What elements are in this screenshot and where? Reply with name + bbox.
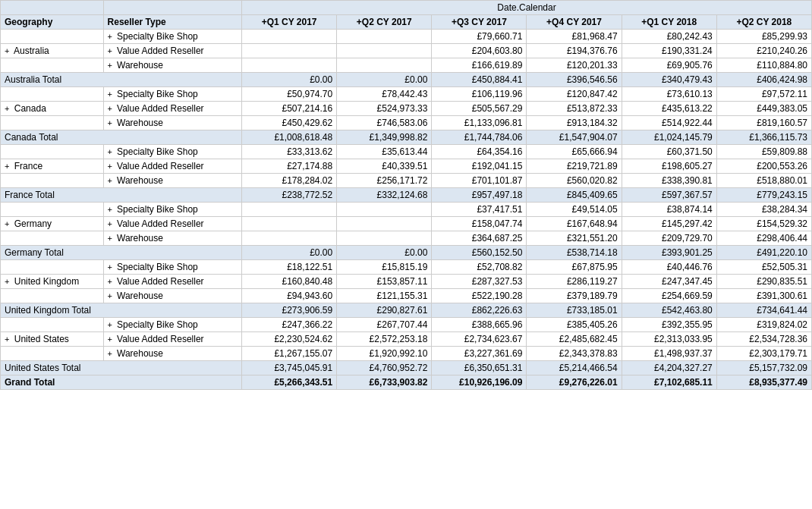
reseller-expand-icon[interactable]: + bbox=[108, 320, 115, 329]
data-cell-q1_2017: £450,429.62 bbox=[242, 116, 337, 130]
data-cell-q1_2017: £507,214.16 bbox=[242, 102, 337, 116]
geo-expand-icon[interactable]: + bbox=[5, 335, 9, 344]
reseller-cell: + Specialty Bike Shop bbox=[103, 30, 241, 44]
data-cell-q1_2017: £1,267,155.07 bbox=[242, 347, 337, 361]
geo-label: Australia bbox=[11, 46, 49, 56]
data-cell-q1_2018: £247,347.45 bbox=[622, 275, 716, 289]
geo-expand-icon[interactable]: + bbox=[5, 162, 9, 171]
geo-label: United States bbox=[11, 334, 68, 344]
reseller-label: Warehouse bbox=[117, 60, 163, 71]
reseller-expand-icon[interactable]: + bbox=[108, 219, 115, 228]
total-cell-q4_2017: £396,546.56 bbox=[527, 73, 622, 87]
total-cell-q2_2018: £5,157,732.09 bbox=[716, 361, 811, 375]
data-row: + Warehouse£166,619.89£120,201.33£69,905… bbox=[1, 58, 812, 73]
data-cell-q1_2018: £73,610.13 bbox=[622, 87, 716, 102]
reseller-expand-icon[interactable]: + bbox=[108, 46, 115, 55]
total-cell-q1_2018: £597,367.57 bbox=[622, 188, 716, 203]
reseller-expand-icon[interactable]: + bbox=[108, 118, 115, 127]
reseller-cell: + Warehouse bbox=[103, 347, 241, 361]
reseller-cell: + Warehouse bbox=[103, 231, 241, 246]
total-label: United States Total bbox=[1, 361, 242, 375]
reseller-expand-icon[interactable]: + bbox=[108, 205, 115, 214]
data-cell-q3_2017: £64,354.16 bbox=[432, 145, 527, 159]
data-cell-q2_2018: £449,383.05 bbox=[716, 102, 811, 116]
col-geography-header: Geography bbox=[1, 15, 104, 30]
total-cell-q2_2017: £332,124.68 bbox=[337, 188, 432, 203]
data-cell-q1_2017 bbox=[242, 44, 337, 58]
reseller-expand-icon[interactable]: + bbox=[108, 147, 115, 156]
geo-cell bbox=[1, 58, 104, 73]
data-cell-q4_2017: £385,405.26 bbox=[527, 318, 622, 332]
reseller-label: Value Added Reseller bbox=[117, 161, 204, 171]
reseller-expand-icon[interactable]: + bbox=[108, 291, 115, 300]
total-cell-q3_2017: £1,744,784.06 bbox=[432, 130, 527, 145]
data-cell-q3_2017: £79,660.71 bbox=[432, 30, 527, 44]
geo-label: Canada bbox=[11, 103, 46, 114]
total-cell-q4_2017: £845,409.65 bbox=[527, 188, 622, 203]
data-cell-q2_2017: £524,973.33 bbox=[337, 102, 432, 116]
geo-cell: + Australia bbox=[1, 44, 104, 58]
reseller-cell: + Warehouse bbox=[103, 58, 241, 73]
total-row: United States Total£3,745,045.91£4,760,9… bbox=[1, 361, 812, 375]
reseller-expand-icon[interactable]: + bbox=[108, 32, 115, 41]
geo-expand-icon[interactable]: + bbox=[5, 104, 9, 113]
data-row: + Warehouse£1,267,155.07£1,920,992.10£3,… bbox=[1, 347, 812, 361]
data-cell-q4_2017: £913,184.32 bbox=[527, 116, 622, 130]
data-cell-q1_2017 bbox=[242, 58, 337, 73]
total-cell-q4_2017: £538,714.18 bbox=[527, 246, 622, 260]
reseller-label: Warehouse bbox=[117, 118, 163, 128]
geo-cell bbox=[1, 231, 104, 246]
reseller-expand-icon[interactable]: + bbox=[108, 349, 115, 358]
data-cell-q4_2017: £219,721.89 bbox=[527, 159, 622, 174]
reseller-label: Value Added Reseller bbox=[117, 334, 204, 344]
reseller-expand-icon[interactable]: + bbox=[108, 162, 115, 171]
total-label: France Total bbox=[1, 188, 242, 203]
geo-label: France bbox=[11, 161, 42, 171]
geo-label: United Kingdom bbox=[11, 276, 79, 287]
empty-reseller-header bbox=[103, 1, 241, 15]
table-body: + Specialty Bike Shop£79,660.71£81,968.4… bbox=[1, 30, 812, 390]
total-cell-q2_2017: £1,349,998.82 bbox=[337, 130, 432, 145]
geo-expand-icon[interactable]: + bbox=[5, 46, 9, 55]
total-cell-q1_2017: £238,772.52 bbox=[242, 188, 337, 203]
total-cell-q4_2017: £733,185.01 bbox=[527, 303, 622, 318]
reseller-label: Specialty Bike Shop bbox=[117, 89, 198, 99]
reseller-expand-icon[interactable]: + bbox=[108, 104, 115, 113]
reseller-expand-icon[interactable]: + bbox=[108, 90, 115, 99]
reseller-expand-icon[interactable]: + bbox=[108, 176, 115, 185]
reseller-cell: + Value Added Reseller bbox=[103, 217, 241, 231]
reseller-cell: + Specialty Bike Shop bbox=[103, 318, 241, 332]
reseller-expand-icon[interactable]: + bbox=[108, 335, 115, 344]
data-cell-q4_2017: £120,847.42 bbox=[527, 87, 622, 102]
data-cell-q1_2017: £247,366.22 bbox=[242, 318, 337, 332]
geo-cell bbox=[1, 289, 104, 303]
reseller-expand-icon[interactable]: + bbox=[108, 61, 115, 70]
data-cell-q1_2017: £94,943.60 bbox=[242, 289, 337, 303]
sales-table: Date.Calendar Geography Reseller Type +Q… bbox=[0, 0, 812, 390]
total-cell-q2_2017: £290,827.61 bbox=[337, 303, 432, 318]
data-cell-q2_2018: £59,809.88 bbox=[716, 145, 811, 159]
geo-expand-icon[interactable]: + bbox=[5, 277, 9, 286]
data-cell-q2_2017: £15,815.19 bbox=[337, 260, 432, 275]
reseller-expand-icon[interactable]: + bbox=[108, 262, 115, 272]
data-cell-q2_2017: £153,857.11 bbox=[337, 275, 432, 289]
grand-total-cell-q1_2018: £7,102,685.11 bbox=[622, 375, 716, 390]
data-cell-q1_2017: £33,313.62 bbox=[242, 145, 337, 159]
reseller-expand-icon[interactable]: + bbox=[108, 277, 115, 286]
geo-cell bbox=[1, 260, 104, 275]
data-cell-q2_2018: £391,300.61 bbox=[716, 289, 811, 303]
geo-expand-icon[interactable]: + bbox=[5, 219, 9, 228]
grand-total-cell-q2_2017: £6,733,903.82 bbox=[337, 375, 432, 390]
data-cell-q2_2018: £200,553.26 bbox=[716, 159, 811, 174]
data-row: + Specialty Bike Shop£33,313.62£35,613.4… bbox=[1, 145, 812, 159]
data-row: + Specialty Bike Shop£18,122.51£15,815.1… bbox=[1, 260, 812, 275]
data-cell-q1_2017: £160,840.48 bbox=[242, 275, 337, 289]
data-cell-q1_2018: £145,297.42 bbox=[622, 217, 716, 231]
total-cell-q2_2018: £734,641.44 bbox=[716, 303, 811, 318]
geo-cell: + Canada bbox=[1, 102, 104, 116]
data-cell-q4_2017: £513,872.33 bbox=[527, 102, 622, 116]
reseller-cell: + Value Added Reseller bbox=[103, 102, 241, 116]
data-cell-q1_2017: £50,974.70 bbox=[242, 87, 337, 102]
data-cell-q4_2017: £65,666.94 bbox=[527, 145, 622, 159]
reseller-expand-icon[interactable]: + bbox=[108, 234, 115, 243]
